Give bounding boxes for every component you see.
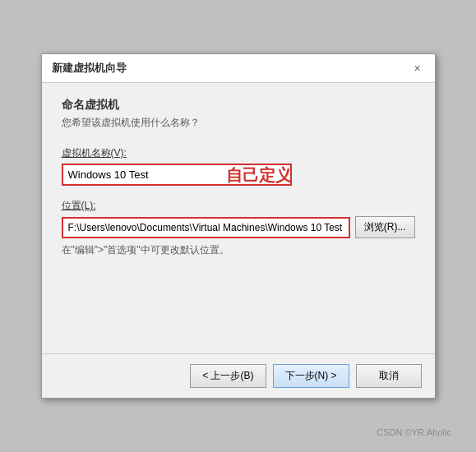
vm-name-input[interactable] (62, 164, 292, 186)
prev-button[interactable]: < 上一步(B) (190, 364, 266, 388)
dialog-footer: < 上一步(B) 下一步(N) > 取消 (42, 353, 435, 398)
dialog-title: 新建虚拟机向导 (52, 61, 127, 76)
name-label: 虚拟机名称(V): (62, 146, 415, 160)
location-row: 浏览(R)... (62, 216, 415, 238)
cancel-button[interactable]: 取消 (356, 364, 422, 388)
name-field-group: 虚拟机名称(V): 自己定义 (62, 146, 415, 186)
dialog-content: 命名虚拟机 您希望该虚拟机使用什么名称？ 虚拟机名称(V): 自己定义 位置(L… (42, 83, 435, 353)
watermark: CSDN ©YR.Aholic (377, 427, 451, 437)
section-desc: 您希望该虚拟机使用什么名称？ (62, 116, 415, 130)
name-input-wrapper: 自己定义 (62, 164, 415, 186)
title-bar: 新建虚拟机向导 × (42, 54, 435, 83)
hint-text: 在"编辑">"首选项"中可更改默认位置。 (62, 243, 415, 257)
section-title: 命名虚拟机 (62, 98, 415, 113)
location-label: 位置(L): (62, 199, 415, 213)
location-field-group: 位置(L): 浏览(R)... 在"编辑">"首选项"中可更改默认位置。 (62, 199, 415, 257)
location-input[interactable] (62, 217, 350, 238)
next-button[interactable]: 下一步(N) > (273, 364, 349, 388)
browse-button[interactable]: 浏览(R)... (355, 216, 415, 238)
close-button[interactable]: × (410, 61, 425, 76)
new-vm-dialog: 新建虚拟机向导 × 命名虚拟机 您希望该虚拟机使用什么名称？ 虚拟机名称(V):… (41, 53, 436, 399)
